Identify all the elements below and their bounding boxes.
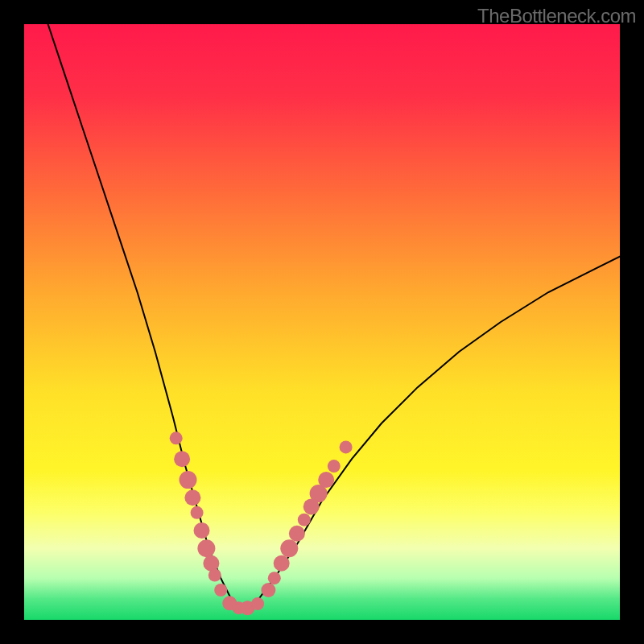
- data-dot: [174, 451, 190, 467]
- data-dots: [24, 24, 620, 620]
- data-dot: [298, 514, 311, 526]
- data-dot: [203, 555, 219, 572]
- data-dot: [328, 460, 341, 473]
- data-dot: [318, 472, 334, 488]
- data-dot: [170, 431, 183, 444]
- data-dot: [274, 555, 290, 572]
- data-dot: [194, 522, 210, 539]
- data-dot: [191, 506, 204, 519]
- plot-area: [24, 24, 620, 620]
- data-dot: [214, 584, 227, 597]
- data-dot: [340, 440, 353, 453]
- data-dot: [251, 597, 264, 610]
- data-dot: [280, 539, 298, 557]
- data-dot: [289, 526, 305, 542]
- data-dot: [184, 489, 200, 506]
- data-dot: [261, 583, 275, 597]
- data-dot: [208, 569, 221, 582]
- data-dot: [180, 471, 197, 489]
- data-dot: [197, 539, 215, 557]
- data-dot: [268, 572, 281, 584]
